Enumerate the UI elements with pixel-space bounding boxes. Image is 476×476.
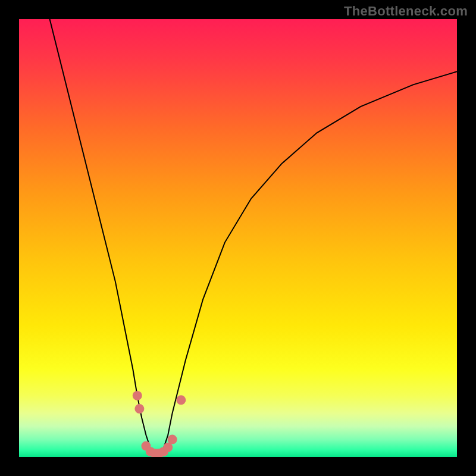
plot-area bbox=[19, 19, 457, 457]
data-marker bbox=[176, 395, 186, 405]
bottleneck-chart bbox=[19, 19, 457, 457]
chart-frame: TheBottleneck.com bbox=[0, 0, 476, 476]
data-marker bbox=[133, 391, 142, 400]
data-marker bbox=[168, 435, 177, 444]
watermark-text: TheBottleneck.com bbox=[344, 4, 468, 19]
data-marker bbox=[134, 404, 144, 414]
gradient-background bbox=[19, 19, 457, 457]
